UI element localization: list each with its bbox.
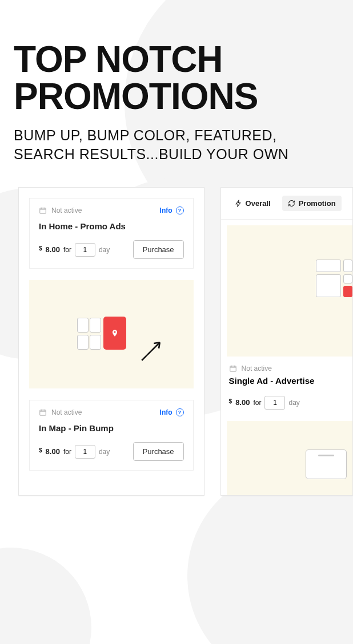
device-icon [306, 449, 347, 479]
illustration-device [227, 421, 352, 495]
tile-icon [77, 318, 89, 333]
tab-bar: Overall Promotion [221, 188, 352, 220]
info-link[interactable]: Info ? [160, 408, 184, 416]
info-icon: ? [176, 408, 184, 416]
illustration-pin-bump [29, 280, 194, 388]
highlighted-tile-icon [343, 286, 352, 297]
calendar-icon [229, 364, 237, 372]
for-label: for [63, 448, 71, 456]
hero-title-line1: TOP NOTCH [14, 39, 223, 80]
tab-label: Promotion [299, 199, 336, 208]
price-amount: 8.00 [235, 398, 250, 407]
panel-left: Not active Info ? In Home - Promo Ads $8… [18, 187, 204, 496]
card-title: Single Ad - Advertise [229, 376, 352, 386]
tile-icon [316, 260, 341, 272]
quantity-input[interactable] [75, 445, 95, 459]
cursor-arrow-icon [139, 339, 163, 363]
purchase-button[interactable]: Purchase [133, 240, 184, 259]
hero-title: TOP NOTCH PROMOTIONS [14, 41, 339, 116]
info-text: Info [160, 408, 173, 416]
for-label: for [253, 399, 261, 407]
unit-label: day [99, 448, 110, 456]
price-amount: 8.00 [46, 447, 60, 456]
tab-promotions[interactable]: Promotion [282, 196, 342, 211]
refresh-icon [288, 200, 295, 207]
tile-icon [316, 274, 341, 297]
tab-overall[interactable]: Overall [229, 196, 276, 211]
price: $8.00 for day [229, 396, 352, 410]
hero-sub-line2: SEARCH RESULTS...BUILD YOUR OWN [14, 146, 288, 162]
status-not-active: Not active [39, 408, 82, 416]
pin-icon [111, 327, 119, 339]
promo-card-in-home: Not active Info ? In Home - Promo Ads $8… [29, 198, 194, 269]
price: $8.00 for day [39, 445, 110, 459]
status-text: Not active [242, 364, 272, 372]
status-text: Not active [51, 206, 82, 214]
tab-label: Overall [246, 199, 271, 208]
hero: TOP NOTCH PROMOTIONS BUMP UP, BUMP COLOR… [0, 0, 353, 164]
promo-card-single-ad: Not active Single Ad - Advertise $8.00 f… [221, 357, 352, 410]
card-title: In Map - Pin Bump [30, 420, 193, 442]
info-text: Info [160, 206, 173, 214]
currency-symbol: $ [229, 398, 232, 404]
hero-sub-line1: BUMP UP, BUMP COLOR, FEATURED, [14, 127, 276, 143]
svg-rect-2 [230, 366, 236, 371]
price: $8.00 for day [39, 243, 110, 257]
highlighted-tile-icon [103, 317, 126, 350]
card-title: In Home - Promo Ads [30, 218, 193, 240]
calendar-icon [39, 408, 47, 416]
currency-symbol: $ [39, 447, 42, 453]
panel-right: Overall Promotion Not active Single Ad -… [220, 187, 353, 496]
hero-subtitle: BUMP UP, BUMP COLOR, FEATURED, SEARCH RE… [14, 126, 339, 165]
price-amount: 8.00 [46, 245, 60, 254]
tile-icon [90, 318, 101, 333]
tile-icon [90, 335, 101, 350]
unit-label: day [99, 246, 110, 254]
svg-rect-0 [40, 208, 46, 213]
calendar-icon [39, 206, 47, 214]
quantity-input[interactable] [264, 396, 285, 410]
purchase-button[interactable]: Purchase [133, 442, 184, 461]
tile-icon [343, 274, 352, 283]
info-icon: ? [176, 206, 184, 214]
tile-icon [343, 260, 352, 272]
status-text: Not active [51, 408, 82, 416]
svg-rect-1 [40, 410, 46, 415]
info-link[interactable]: Info ? [160, 206, 184, 214]
bolt-icon [235, 200, 242, 207]
status-not-active: Not active [39, 206, 82, 214]
quantity-input[interactable] [75, 243, 95, 257]
hero-title-line2: PROMOTIONS [14, 76, 258, 117]
status-not-active: Not active [229, 364, 352, 372]
unit-label: day [288, 399, 299, 407]
currency-symbol: $ [39, 245, 42, 252]
tile-icon [77, 335, 89, 350]
promo-card-in-map: Not active Info ? In Map - Pin Bump $8.0… [29, 400, 194, 471]
for-label: for [63, 246, 71, 254]
illustration-single-ad [227, 225, 352, 357]
